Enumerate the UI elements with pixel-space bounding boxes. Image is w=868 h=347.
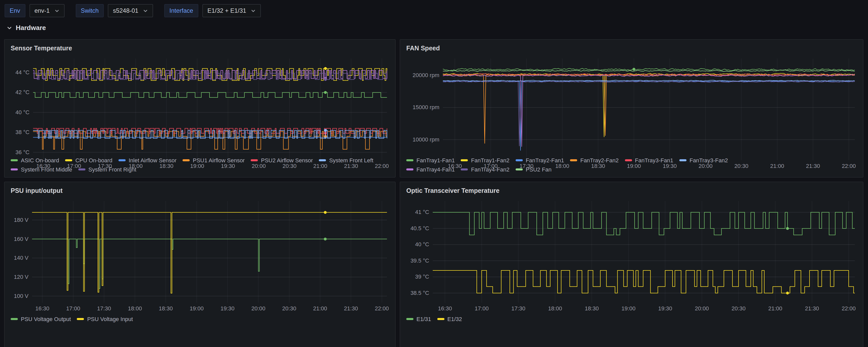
x-tick-label: 18:30 — [159, 305, 173, 312]
x-tick-label: 18:30 — [159, 163, 174, 169]
panel-title[interactable]: Optic Transceiver Temperature — [406, 187, 858, 195]
panel-optic-transceiver-temperature: Optic Transceiver Temperature 16:3017:00… — [400, 182, 863, 347]
y-tick-label: 42 °C — [16, 89, 30, 95]
env-variable-select[interactable]: env-1 — [29, 4, 64, 17]
chart-canvas-fan-speed[interactable]: 16:3017:0017:3018:0018:3019:0019:3020:00… — [405, 54, 858, 170]
x-tick-label: 22:00 — [842, 305, 856, 312]
switch-variable-label[interactable]: Switch — [75, 4, 104, 17]
chart-psu-input-output[interactable]: 16:3017:0017:3018:0018:3019:0019:3020:00… — [10, 197, 390, 313]
series-line-fantray3-fan2 — [443, 80, 855, 81]
x-tick-label: 18:30 — [591, 163, 605, 169]
interface-variable-select[interactable]: E1/32 + E1/31 — [203, 4, 261, 17]
legend-label: E1/31 — [416, 315, 431, 323]
x-tick-label: 21:30 — [344, 305, 358, 312]
x-tick-label: 17:00 — [66, 305, 80, 312]
x-tick-label: 21:00 — [313, 305, 327, 312]
chart-optic-transceiver-temperature[interactable]: 16:3017:0017:3018:0018:3019:0019:3020:00… — [405, 197, 858, 313]
series-line-psu2-fan — [443, 70, 855, 71]
x-tick-label: 20:00 — [695, 305, 709, 312]
panel-fan-speed: FAN Speed 16:3017:0017:3018:0018:3019:00… — [400, 39, 863, 178]
x-tick-label: 17:00 — [475, 305, 489, 312]
chart-canvas-optic-transceiver-temperature[interactable]: 16:3017:0017:3018:0018:3019:0019:3020:00… — [405, 197, 858, 313]
x-tick-label: 21:30 — [805, 305, 819, 312]
x-tick-label: 18:00 — [129, 163, 143, 169]
point-marker — [324, 67, 327, 70]
series-line-fantray2-fan1 — [443, 81, 855, 151]
x-tick-label: 17:30 — [520, 163, 533, 169]
legend-item-psu-voltage-output[interactable]: PSU Voltage Output — [11, 315, 71, 323]
x-tick-label: 21:00 — [770, 163, 784, 169]
panel-psu-input-output: PSU input/output 16:3017:0017:3018:0018:… — [4, 182, 396, 347]
x-tick-label: 16:30 — [36, 163, 50, 169]
panel-title[interactable]: Sensor Temperature — [11, 45, 390, 52]
y-tick-label: 140 V — [14, 255, 29, 261]
hardware-section-header[interactable]: Hardware — [0, 17, 868, 37]
legend-swatch-icon — [77, 318, 84, 320]
legend-item-psu-voltage-input[interactable]: PSU Voltage Input — [77, 315, 133, 323]
legend-swatch-icon — [437, 318, 444, 320]
legend-optic-transceiver-temperature: E1/31E1/32 — [406, 315, 858, 323]
chart-canvas-psu-input-output[interactable]: 16:3017:0017:3018:0018:3019:0019:3020:00… — [10, 197, 390, 313]
panel-grid: Sensor Temperature 16:3017:0017:3018:001… — [0, 37, 868, 347]
x-tick-label: 17:30 — [97, 305, 111, 312]
series-line-fantray4-fan1 — [443, 75, 855, 147]
panel-title[interactable]: PSU input/output — [11, 187, 390, 195]
series-line-fantray2-fan2 — [443, 74, 855, 143]
x-tick-label: 19:00 — [190, 305, 204, 312]
series-line-fantray4-fan2 — [443, 81, 855, 146]
chevron-down-icon — [143, 8, 148, 13]
series-line-psu-voltage-input — [32, 212, 387, 293]
panel-sensor-temperature: Sensor Temperature 16:3017:0017:3018:001… — [4, 39, 396, 178]
legend-item-e1-31[interactable]: E1/31 — [406, 315, 431, 323]
x-tick-label: 18:00 — [548, 305, 562, 312]
chart-fan-speed[interactable]: 16:3017:0017:3018:0018:3019:0019:3020:00… — [405, 54, 858, 154]
switch-variable-value: s5248-01 — [113, 7, 138, 14]
x-tick-label: 22:00 — [375, 305, 389, 312]
env-variable-value: env-1 — [34, 7, 50, 14]
x-tick-label: 22:00 — [842, 163, 856, 169]
x-tick-label: 19:30 — [221, 163, 235, 169]
legend-label: E1/32 — [447, 315, 462, 323]
legend-label: PSU Voltage Input — [87, 315, 133, 323]
x-tick-label: 20:00 — [699, 163, 713, 169]
x-tick-label: 18:00 — [555, 163, 569, 169]
chart-canvas-sensor-temperature[interactable]: 16:3017:0017:3018:0018:3019:0019:3020:00… — [10, 54, 390, 170]
interface-variable-group: Interface E1/32 + E1/31 — [164, 4, 261, 17]
switch-variable-select[interactable]: s5248-01 — [108, 4, 153, 17]
y-tick-label: 44 °C — [16, 69, 30, 76]
y-tick-label: 40 °C — [415, 241, 429, 248]
y-tick-label: 15000 rpm — [413, 104, 439, 110]
env-variable-group: Env env-1 — [5, 4, 64, 17]
y-tick-label: 160 V — [14, 236, 29, 242]
x-tick-label: 21:30 — [344, 163, 358, 169]
x-tick-label: 17:30 — [98, 163, 112, 169]
chart-sensor-temperature[interactable]: 16:3017:0017:3018:0018:3019:0019:3020:00… — [10, 54, 390, 154]
section-title: Hardware — [16, 24, 46, 32]
series-line-psu1-airflow-sensor — [33, 131, 387, 149]
series-line-psu-voltage-output — [32, 239, 387, 288]
dashboard-variables-bar: Env env-1 Switch s5248-01 Interface E1/3… — [0, 0, 868, 17]
point-marker — [324, 129, 327, 132]
legend-swatch-icon — [406, 318, 413, 320]
x-tick-label: 20:00 — [252, 163, 266, 169]
x-tick-label: 16:30 — [35, 305, 49, 312]
x-tick-label: 18:00 — [128, 305, 142, 312]
x-tick-label: 20:30 — [282, 305, 296, 312]
x-tick-label: 20:30 — [734, 163, 748, 169]
grafana-dashboard: Env env-1 Switch s5248-01 Interface E1/3… — [0, 0, 868, 347]
point-marker — [324, 211, 327, 214]
series-line-fantray1-fan1 — [443, 68, 855, 71]
y-tick-label: 10000 rpm — [413, 136, 439, 143]
point-marker — [324, 78, 327, 81]
x-tick-label: 21:00 — [768, 305, 782, 312]
switch-variable-group: Switch s5248-01 — [75, 4, 153, 17]
interface-variable-label[interactable]: Interface — [164, 4, 198, 17]
panel-title[interactable]: FAN Speed — [406, 45, 858, 52]
legend-item-e1-32[interactable]: E1/32 — [437, 315, 462, 323]
x-tick-label: 17:00 — [67, 163, 81, 169]
x-tick-label: 21:30 — [806, 163, 820, 169]
y-tick-label: 39 °C — [415, 273, 429, 280]
point-marker — [324, 238, 327, 240]
y-tick-label: 180 V — [14, 217, 29, 223]
env-variable-label[interactable]: Env — [5, 4, 25, 17]
